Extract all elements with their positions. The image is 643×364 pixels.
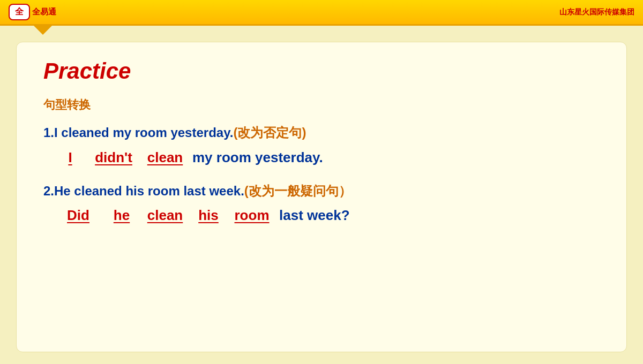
blank-2-clean: clean <box>141 207 189 224</box>
main-content: Practice 句型转换 1.I cleaned my room yester… <box>16 42 627 352</box>
blank-2-did: Did <box>54 207 102 224</box>
answer-2-static: last week? <box>279 207 350 224</box>
header: 全 全易通 山东星火国际传媒集团 <box>0 0 643 26</box>
answer-2: Did he clean his room last week? <box>54 207 600 224</box>
question-2: 2.He cleaned his room last week.(改为一般疑问句… <box>43 182 600 200</box>
blank-2-his: his <box>192 207 225 224</box>
question-1: 1.I cleaned my room yesterday.(改为否定句) <box>43 124 600 142</box>
blank-1-I: I <box>54 149 86 166</box>
blank-1-didnt: didn't <box>89 149 138 166</box>
question-2-note: (改为一般疑问句） <box>244 184 352 198</box>
logo-text: 全易通 <box>32 7 56 17</box>
header-decoration <box>32 24 54 35</box>
blank-2-room: room <box>228 207 276 224</box>
question-1-text: 1.I cleaned my room yesterday. <box>43 125 233 140</box>
practice-title: Practice <box>43 58 600 84</box>
answer-1-static: my room yesterday. <box>192 149 323 166</box>
company-name: 山东星火国际传媒集团 <box>559 7 634 17</box>
blank-2-he: he <box>106 207 138 224</box>
logo-badge: 全 <box>9 4 30 20</box>
question-1-note: (改为否定句) <box>233 125 306 140</box>
section-label: 句型转换 <box>43 97 600 113</box>
answer-1: I didn't clean my room yesterday. <box>54 149 600 166</box>
logo-area: 全 全易通 <box>9 4 56 20</box>
exercise-2: 2.He cleaned his room last week.(改为一般疑问句… <box>43 182 600 224</box>
exercise-1: 1.I cleaned my room yesterday.(改为否定句) I … <box>43 124 600 166</box>
blank-1-clean: clean <box>141 149 189 166</box>
question-2-text: 2.He cleaned his room last week. <box>43 184 244 198</box>
